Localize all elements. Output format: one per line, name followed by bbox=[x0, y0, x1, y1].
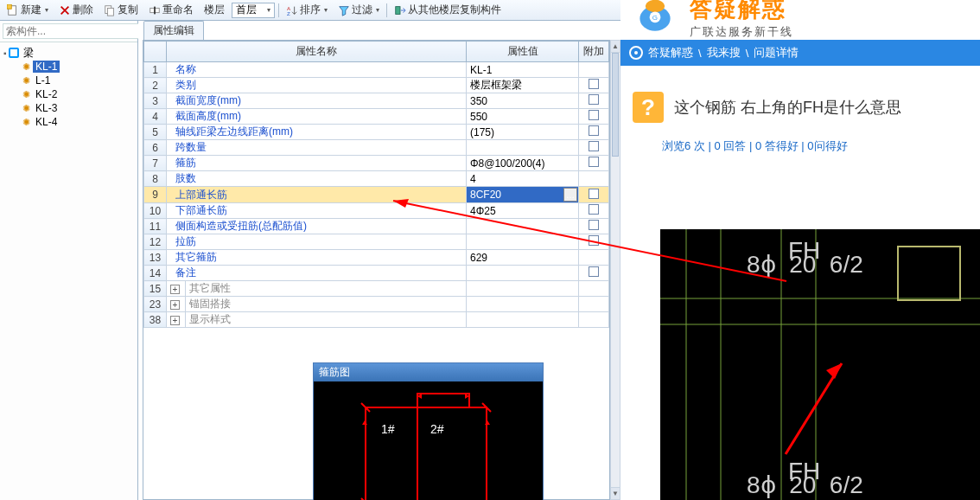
collapse-icon[interactable]: ▪ bbox=[3, 48, 7, 58]
prop-value[interactable] bbox=[467, 266, 579, 281]
prop-value[interactable]: 8CF20… bbox=[467, 187, 579, 203]
checkbox-icon[interactable] bbox=[589, 189, 599, 199]
extra-cell[interactable] bbox=[579, 140, 609, 156]
scroll-thumb[interactable] bbox=[612, 53, 619, 157]
property-row[interactable]: 23+锚固搭接 bbox=[144, 297, 609, 312]
prop-value[interactable] bbox=[467, 281, 579, 297]
scrollbar[interactable]: ▲ ▼ bbox=[610, 40, 620, 500]
property-row[interactable]: 4截面高度(mm)550 bbox=[144, 109, 609, 125]
checkbox-icon[interactable] bbox=[589, 204, 599, 215]
prop-value[interactable]: 629 bbox=[467, 250, 579, 266]
property-row[interactable]: 38+显示样式 bbox=[144, 312, 609, 328]
extra-cell[interactable] bbox=[579, 203, 609, 219]
extra-cell bbox=[579, 62, 609, 78]
prop-value[interactable]: Φ8@100/200(4) bbox=[467, 156, 579, 171]
property-row[interactable]: 5轴线距梁左边线距离(mm)(175) bbox=[144, 125, 609, 140]
extra-cell bbox=[579, 281, 609, 297]
property-row[interactable]: 6跨数量 bbox=[144, 140, 609, 156]
property-row[interactable]: 3截面宽度(mm)350 bbox=[144, 93, 609, 109]
expand-icon[interactable]: + bbox=[170, 285, 180, 294]
expander-cell[interactable]: + bbox=[167, 297, 186, 312]
search-row bbox=[0, 21, 137, 42]
expander-cell[interactable]: + bbox=[167, 312, 186, 328]
tree-root[interactable]: ▪ 梁 bbox=[2, 46, 136, 60]
search-input[interactable] bbox=[3, 23, 139, 39]
prop-value[interactable] bbox=[467, 219, 579, 234]
copy-button[interactable]: 复制 bbox=[100, 1, 142, 20]
sort-button[interactable]: AZ 排序 ▾ bbox=[283, 1, 331, 20]
extra-cell[interactable] bbox=[579, 93, 609, 109]
stirrup-panel: 箍筋图 1# 2# bbox=[313, 362, 544, 500]
prop-value[interactable]: (175) bbox=[467, 125, 579, 140]
crumb-2[interactable]: 我来搜 bbox=[707, 45, 741, 61]
delete-button[interactable]: 删除 bbox=[55, 1, 97, 20]
extra-cell[interactable] bbox=[579, 234, 609, 250]
extra-cell[interactable] bbox=[579, 266, 609, 281]
expander-cell[interactable]: + bbox=[167, 281, 186, 297]
scroll-up-icon[interactable]: ▲ bbox=[611, 41, 620, 53]
floor-button[interactable]: 楼层 bbox=[200, 1, 228, 20]
tree-item[interactable]: ✺L-1 bbox=[2, 74, 136, 87]
crumb-1[interactable]: 答疑解惑 bbox=[648, 45, 693, 61]
sort-arrow-icon[interactable]: ▾ bbox=[324, 6, 328, 14]
extra-cell[interactable] bbox=[579, 156, 609, 171]
left-panel: ▪ 梁 ✺KL-1✺L-1✺KL-2✺KL-3✺KL-4 bbox=[0, 21, 138, 500]
checkbox-icon[interactable] bbox=[589, 220, 599, 230]
tab-property-edit[interactable]: 属性编辑 bbox=[143, 21, 204, 40]
prop-value[interactable] bbox=[467, 234, 579, 250]
property-row[interactable]: 14备注 bbox=[144, 266, 609, 281]
stats-line: 浏览6 次 | 0 回答 | 0 答得好 | 0问得好 bbox=[620, 131, 980, 161]
ellipsis-button[interactable]: … bbox=[563, 188, 577, 202]
prop-value[interactable]: 4Φ25 bbox=[467, 203, 579, 219]
header-rownum bbox=[144, 42, 167, 62]
property-row[interactable]: 7箍筋Φ8@100/200(4) bbox=[144, 156, 609, 171]
extra-cell[interactable] bbox=[579, 219, 609, 234]
property-row[interactable]: 1名称KL-1 bbox=[144, 62, 609, 78]
expand-icon[interactable]: + bbox=[170, 300, 180, 310]
property-row[interactable]: 9上部通长筋8CF20… bbox=[144, 187, 609, 203]
checkbox-icon[interactable] bbox=[589, 79, 599, 89]
extra-cell[interactable] bbox=[579, 125, 609, 140]
rename-button[interactable]: 重命名 bbox=[145, 1, 197, 20]
tree-item[interactable]: ✺KL-3 bbox=[2, 101, 136, 115]
checkbox-icon[interactable] bbox=[589, 141, 599, 151]
tree-item[interactable]: ✺KL-4 bbox=[2, 115, 136, 129]
extra-cell[interactable] bbox=[579, 78, 609, 93]
prop-value[interactable] bbox=[467, 140, 579, 156]
extra-cell[interactable] bbox=[579, 109, 609, 125]
prop-value[interactable] bbox=[467, 297, 579, 312]
checkbox-icon[interactable] bbox=[589, 110, 599, 120]
filter-arrow-icon[interactable]: ▾ bbox=[376, 6, 379, 14]
crumb-sep: \ bbox=[746, 47, 749, 60]
extra-cell[interactable] bbox=[579, 187, 609, 203]
copy-from-button[interactable]: 从其他楼层复制构件 bbox=[391, 1, 505, 20]
checkbox-icon[interactable] bbox=[589, 266, 599, 277]
tree-item[interactable]: ✺KL-1 bbox=[2, 60, 136, 74]
checkbox-icon[interactable] bbox=[589, 157, 599, 167]
prop-value[interactable]: KL-1 bbox=[467, 62, 579, 78]
property-row[interactable]: 15+其它属性 bbox=[144, 281, 609, 297]
prop-value[interactable]: 550 bbox=[467, 109, 579, 125]
checkbox-icon[interactable] bbox=[589, 94, 599, 105]
new-dropdown-arrow-icon[interactable]: ▾ bbox=[45, 6, 48, 14]
scroll-down-icon[interactable]: ▼ bbox=[611, 487, 620, 499]
property-row[interactable]: 2类别楼层框架梁 bbox=[144, 78, 609, 93]
floor-combo[interactable]: 首层 ▾ bbox=[232, 3, 275, 18]
tree-item[interactable]: ✺KL-2 bbox=[2, 87, 136, 101]
property-row[interactable]: 13其它箍筋629 bbox=[144, 250, 609, 266]
prop-value[interactable]: 350 bbox=[467, 93, 579, 109]
prop-value[interactable]: 楼层框架梁 bbox=[467, 78, 579, 93]
prop-value[interactable]: 4 bbox=[467, 171, 579, 187]
checkbox-icon[interactable] bbox=[589, 235, 599, 246]
prop-name: 肢数 bbox=[167, 171, 467, 187]
new-button[interactable]: 新建 ▾ bbox=[3, 1, 52, 20]
property-row[interactable]: 8肢数4 bbox=[144, 171, 609, 187]
property-row[interactable]: 10下部通长筋4Φ25 bbox=[144, 203, 609, 219]
filter-button[interactable]: 过滤 ▾ bbox=[334, 1, 383, 20]
property-row[interactable]: 12拉筋 bbox=[144, 234, 609, 250]
expand-icon[interactable]: + bbox=[170, 316, 180, 325]
property-row[interactable]: 11侧面构造或受扭筋(总配筋值) bbox=[144, 219, 609, 234]
prop-value[interactable] bbox=[467, 312, 579, 328]
checkbox-icon[interactable] bbox=[589, 125, 599, 136]
crumb-3[interactable]: 问题详情 bbox=[754, 45, 799, 61]
